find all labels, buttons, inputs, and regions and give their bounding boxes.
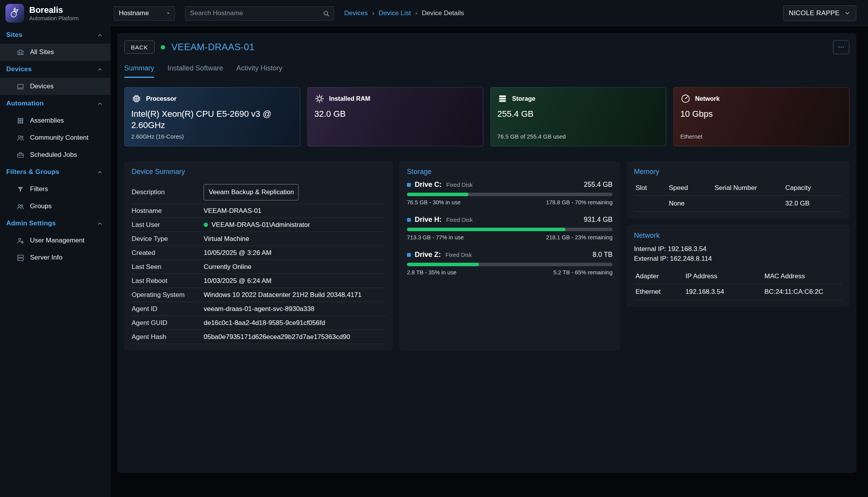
caret-down-icon [165,10,171,16]
sidebar-section-devices[interactable]: Devices [0,61,111,78]
network-card-title: Network [695,95,720,102]
user-menu-button[interactable]: NICOLE RAPPE [783,5,856,21]
storage-panel: Storage Drive C: Fixed Disk 255.4 GB [400,161,620,351]
processor-card-title: Processor [146,95,176,102]
groups-icon [16,202,25,211]
sidebar-item-label: Devices [30,83,53,90]
assemblies-icon [16,117,25,125]
memory-table: Slot Speed Serial Number Capacity [634,181,842,212]
user-management-icon [16,237,25,245]
devices-icon [16,83,25,91]
network-adapter-row: Ethernet 192.168.3.54 BC:24:11:CA:C6:2C [634,284,842,300]
sidebar-item-user-management[interactable]: User Management [0,232,111,249]
network-card-subtext: Ethernet [680,133,842,140]
drive-c-block: Drive C: Fixed Disk 255.4 GB 76.5 GB - 3… [407,181,613,205]
sidebar-item-scheduled-jobs[interactable]: Scheduled Jobs [0,146,111,163]
search-input[interactable] [190,9,322,17]
scheduled-jobs-icon [16,151,25,159]
search-box [185,6,334,21]
storage-icon [497,93,508,104]
brand: Borealis Automation Platform [0,0,111,26]
device-details-container: BACK VEEAM-DRAAS-01 Summary Installed So… [117,33,856,473]
network-card-value: 10 Gbps [680,109,842,120]
memory-panel: Memory Slot Speed Serial Number Capacity [627,161,849,218]
memory-table-row: None 32.0 GB [634,196,842,212]
sidebar-item-label: All Sites [30,48,54,56]
storage-card: Storage 255.4 GB 76.5 GB of 255.4 GB use… [490,87,666,146]
tab-summary[interactable]: Summary [124,64,154,78]
sidebar-item-filters[interactable]: Filters [0,181,111,198]
installed-ram-card-value: 32.0 GB [314,109,476,120]
user-online-dot [204,223,208,227]
drive-bullet-icon [407,183,411,187]
chevron-up-icon [97,221,103,227]
brand-name: Borealis [29,5,79,15]
metric-cards: Processor Intel(R) Xeon(R) CPU E5-2690 v… [124,87,849,146]
chevron-up-icon [97,101,103,107]
breadcrumb-device-list[interactable]: Device List [379,9,411,17]
drive-bullet-icon [407,253,411,257]
search-field-dropdown[interactable]: Hostname [114,6,175,21]
sidebar-section-sites[interactable]: Sites [0,26,111,44]
drive-c-used: 76.5 GB - 30% in use [407,199,461,205]
breadcrumb-devices[interactable]: Devices [344,9,368,17]
sidebar-nav: Sites All Sites Devices Devices [0,26,111,497]
chevron-up-icon [97,32,103,38]
search-icon[interactable] [322,10,330,17]
sites-icon [16,48,25,56]
sidebar-item-label: Filters [30,185,48,193]
device-header-row: BACK VEEAM-DRAAS-01 [124,40,849,54]
summary-row-agent-id: Agent ID veeam-draas-01-agent-svc-8930a3… [132,302,386,316]
storage-card-value: 255.4 GB [497,109,659,120]
sidebar-item-community-content[interactable]: Community Content [0,129,111,146]
sidebar-item-label: Groups [30,202,52,210]
server-info-icon [16,254,25,262]
summary-row-last-reboot: Last Reboot 10/03/2025 @ 6:24 AM [132,274,386,288]
sidebar-item-label: User Management [30,237,85,244]
brand-subtitle: Automation Platform [29,15,79,21]
breadcrumb: Devices › Device List › Device Details [344,9,464,17]
sidebar-item-assemblies[interactable]: Assemblies [0,112,111,129]
tab-installed-software[interactable]: Installed Software [167,64,223,78]
tab-activity-history[interactable]: Activity History [236,64,282,78]
processor-card: Processor Intel(R) Xeon(R) CPU E5-2690 v… [124,87,300,146]
sidebar-item-groups[interactable]: Groups [0,198,111,215]
processor-card-value: Intel(R) Xeon(R) CPU E5-2690 v3 @ 2.60GH… [131,109,293,131]
topbar: Hostname Devices › Device List › Device … [111,0,868,26]
community-content-icon [16,134,25,142]
sidebar-item-all-sites[interactable]: All Sites [0,44,111,61]
device-tabs: Summary Installed Software Activity Hist… [124,64,849,78]
summary-row-last-seen: Last Seen Currently Online [132,260,386,274]
drive-h-usage-bar [407,228,613,231]
summary-row-created: Created 10/05/2025 @ 3:26 AM [132,246,386,260]
main-column: Hostname Devices › Device List › Device … [111,0,868,497]
more-options-icon [838,44,845,51]
more-options-button[interactable] [833,40,849,54]
content-area: BACK VEEAM-DRAAS-01 Summary Installed So… [111,26,868,497]
drive-z-block: Drive Z: Fixed Disk 8.0 TB 2.8 TB - 35% … [407,251,613,276]
sidebar-section-admin-settings[interactable]: Admin Settings [0,215,111,232]
summary-row-hostname: Hostname VEEAM-DRAAS-01 [132,204,386,218]
memory-panel-title: Memory [634,168,842,176]
rabbit-logo-icon [8,7,21,20]
description-input[interactable] [204,184,299,200]
back-button[interactable]: BACK [124,40,155,54]
breadcrumb-separator: › [372,9,374,17]
app-root: Borealis Automation Platform Sites All S… [0,0,868,497]
ram-icon [314,93,325,104]
installed-ram-card-subtext [314,133,476,140]
search-field-dropdown-value: Hostname [119,9,149,17]
network-panel: Network Internal IP: 192.168.3.54 Extern… [627,225,849,307]
sidebar-item-label: Community Content [30,134,88,142]
drive-z-usage-bar [407,263,613,266]
borealis-logo [5,4,24,23]
installed-ram-card-title: Installed RAM [329,95,370,102]
sidebar-item-label: Assemblies [30,117,64,125]
network-panel-title: Network [634,232,842,240]
sidebar-section-automation[interactable]: Automation [0,95,111,112]
drive-h-block: Drive H: Fixed Disk 931.4 GB 713.3 GB - … [407,216,613,241]
sidebar-item-devices[interactable]: Devices [0,78,111,95]
sidebar-section-filters-groups[interactable]: Filters & Groups [0,163,111,181]
summary-row-description: Description [132,181,386,204]
sidebar-item-server-info[interactable]: Server Info [0,249,111,266]
